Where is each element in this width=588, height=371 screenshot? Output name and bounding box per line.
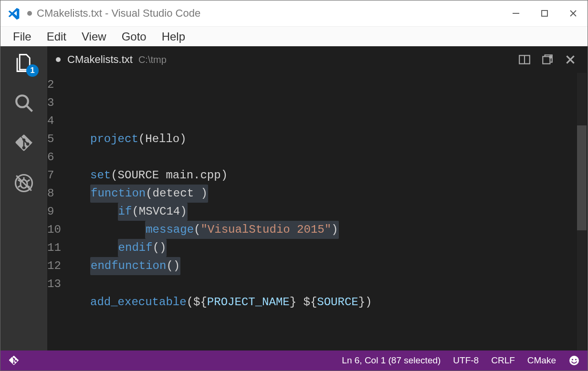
tab-dirty-icon [56,57,61,62]
code-line[interactable]: if(MSVC14) [90,203,573,221]
main: 1 CMakelists.txt C:\tmp [0,46,588,350]
close-tab-icon[interactable] [564,53,577,66]
maximize-button[interactable] [530,0,559,26]
menu-file[interactable]: File [5,30,39,43]
dirty-indicator-icon [27,11,32,16]
code-content[interactable]: project(Hello)set(SOURCE main.cpp)functi… [90,73,588,350]
close-button[interactable] [559,0,588,26]
tab-actions [518,53,588,66]
vscode-logo-icon [7,7,21,20]
minimize-button[interactable] [502,0,530,26]
explorer-icon[interactable]: 1 [14,53,34,73]
vertical-scrollbar[interactable] [575,73,588,350]
svg-point-22 [575,359,577,360]
menubar: File Edit View Goto Help [0,26,588,46]
tab-filename: CMakelists.txt [67,53,133,66]
code-line[interactable] [90,311,573,330]
code-line[interactable]: add_executable(${PROJECT_NAME} ${SOURCE}… [90,293,573,311]
svg-point-17 [549,55,552,59]
search-icon[interactable] [14,93,34,113]
code-line[interactable] [90,112,573,130]
status-git-icon[interactable] [8,355,20,366]
svg-point-4 [16,95,28,107]
git-icon[interactable] [14,133,34,153]
scrollbar-thumb[interactable] [577,125,587,230]
svg-rect-1 [542,10,547,16]
open-changes-icon[interactable] [541,53,554,66]
menu-goto[interactable]: Goto [114,30,154,43]
editor-area: CMakelists.txt C:\tmp 234567 [47,46,588,350]
code-line[interactable]: endif() [90,239,573,257]
window: CMakelists.txt - Visual Studio Code File… [0,0,588,371]
code-line[interactable]: set(SOURCE main.cpp) [90,166,573,185]
code-line[interactable] [90,275,573,293]
svg-line-10 [27,180,30,182]
explorer-badge: 1 [26,64,39,77]
code-line[interactable]: project(Hello) [90,130,573,148]
tab-cmakelists[interactable]: CMakelists.txt C:\tmp [47,46,175,73]
svg-line-5 [26,105,32,111]
code-line[interactable]: function(detect ) [90,185,573,203]
window-title: CMakelists.txt - Visual Studio Code [37,7,200,20]
activity-bar: 1 [0,46,47,350]
code-line[interactable]: message("VisualStudio 2015") [90,221,573,239]
menu-edit[interactable]: Edit [39,30,74,43]
split-editor-icon[interactable] [518,53,531,66]
titlebar: CMakelists.txt - Visual Studio Code [0,0,588,26]
code-line[interactable] [90,148,573,166]
debug-icon[interactable] [14,173,34,193]
menu-view[interactable]: View [74,30,114,43]
svg-line-11 [18,186,21,187]
svg-rect-16 [543,57,550,64]
line-number-gutter: 2345678910111213 [47,73,90,350]
window-controls [502,0,588,26]
tab-bar: CMakelists.txt C:\tmp [47,46,588,73]
tab-path: C:\tmp [138,54,167,65]
code-editor[interactable]: 2345678910111213 project(Hello)set(SOURC… [47,73,588,350]
code-line[interactable]: endfunction() [90,257,573,275]
menu-help[interactable]: Help [154,30,193,43]
